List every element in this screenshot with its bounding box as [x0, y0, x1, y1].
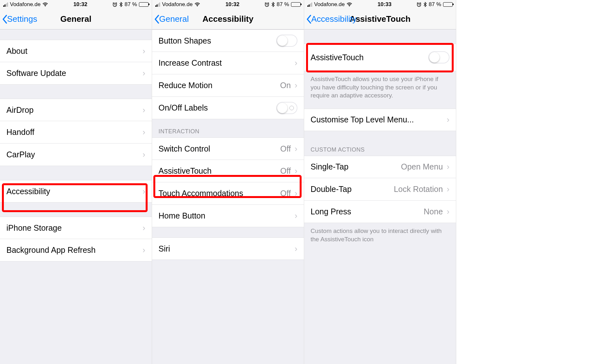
- row-label: Increase Contrast: [158, 58, 295, 68]
- screen-accessibility: Vodafone.de 10:32 87 % General Accessibi…: [152, 0, 304, 364]
- back-label: General: [159, 14, 189, 24]
- signal-icon: [3, 3, 8, 7]
- row-label: Siri: [158, 244, 295, 253]
- row-switch-control[interactable]: Switch Control Off ›: [152, 137, 304, 160]
- chevron-right-icon: ›: [142, 68, 145, 78]
- status-bar: Vodafone.de 10:32 87 %: [0, 0, 152, 9]
- battery-icon: [291, 2, 301, 7]
- row-value: Off: [280, 189, 291, 198]
- row-label: On/Off Labels: [158, 103, 276, 112]
- row-carplay[interactable]: CarPlay ›: [0, 144, 152, 166]
- chevron-right-icon: ›: [142, 223, 145, 233]
- section-header-interaction: INTERACTION: [152, 119, 304, 137]
- row-label: Button Shapes: [158, 36, 276, 46]
- chevron-right-icon: ›: [295, 144, 297, 154]
- chevron-right-icon: ›: [295, 58, 297, 68]
- bluetooth-icon: [271, 2, 275, 7]
- back-label: Settings: [7, 14, 37, 24]
- row-label: CarPlay: [6, 150, 142, 159]
- row-handoff[interactable]: Handoff ›: [0, 121, 152, 144]
- content: AssistiveTouch AssistiveTouch allows you…: [304, 29, 456, 364]
- blank-area: [456, 0, 616, 364]
- section-header-custom-actions: CUSTOM ACTIONS: [304, 131, 456, 156]
- screen-assistivetouch: Vodafone.de 10:33 87 % Accessibility Ass…: [304, 0, 456, 364]
- carrier-label: Vodafone.de: [10, 1, 40, 8]
- row-label: Customise Top Level Menu...: [311, 115, 447, 124]
- chevron-right-icon: ›: [295, 166, 297, 176]
- chevron-right-icon: ›: [447, 162, 449, 172]
- row-value: Lock Rotation: [394, 185, 443, 194]
- chevron-right-icon: ›: [295, 211, 297, 221]
- battery-icon: [443, 2, 453, 7]
- row-about[interactable]: About ›: [0, 40, 152, 62]
- status-bar: Vodafone.de 10:33 87 %: [304, 0, 456, 9]
- row-label: About: [6, 46, 142, 56]
- bluetooth-icon: [119, 2, 123, 7]
- row-label: Background App Refresh: [6, 245, 142, 255]
- row-value: Open Menu: [401, 162, 443, 171]
- row-label: Reduce Motion: [158, 81, 280, 90]
- row-label: AssistiveTouch: [158, 166, 280, 176]
- row-onoff-labels[interactable]: On/Off Labels: [152, 97, 304, 119]
- row-reduce-motion[interactable]: Reduce Motion On ›: [152, 74, 304, 97]
- chevron-right-icon: ›: [295, 244, 297, 254]
- back-label: Accessibility: [311, 14, 357, 24]
- back-button[interactable]: General: [154, 9, 189, 29]
- chevron-right-icon: ›: [142, 186, 145, 196]
- row-iphone-storage[interactable]: iPhone Storage ›: [0, 217, 152, 239]
- nav-title: Accessibility: [202, 14, 253, 24]
- row-value: Off: [280, 166, 291, 176]
- nav-bar: General Accessibility: [152, 9, 304, 29]
- row-increase-contrast[interactable]: Increase Contrast ›: [152, 52, 304, 74]
- row-customise-menu[interactable]: Customise Top Level Menu... ›: [304, 109, 456, 131]
- nav-bar: Settings General: [0, 9, 152, 29]
- row-button-shapes[interactable]: Button Shapes: [152, 29, 304, 52]
- screen-general: Vodafone.de 10:32 87 % Settings General: [0, 0, 152, 364]
- nav-bar: Accessibility AssistiveTouch: [304, 9, 456, 29]
- alarm-icon: [416, 2, 422, 7]
- row-value: On: [280, 81, 291, 90]
- chevron-right-icon: ›: [295, 188, 297, 198]
- content: Button Shapes Increase Contrast › Reduce…: [152, 29, 304, 364]
- toggle-switch[interactable]: [428, 51, 449, 63]
- toggle-switch[interactable]: [276, 35, 297, 47]
- back-button[interactable]: Accessibility: [306, 9, 357, 29]
- row-accessibility[interactable]: Accessibility ›: [0, 180, 152, 203]
- chevron-right-icon: ›: [142, 150, 145, 160]
- status-time: 10:32: [226, 1, 239, 8]
- row-double-tap[interactable]: Double-Tap Lock Rotation ›: [304, 178, 456, 201]
- nav-title: General: [60, 14, 91, 24]
- nav-title: AssistiveTouch: [349, 14, 410, 24]
- row-airdrop[interactable]: AirDrop ›: [0, 99, 152, 121]
- footer-text: Custom actions allow you to interact dir…: [304, 223, 456, 246]
- toggle-switch[interactable]: [276, 102, 297, 114]
- row-label: Handoff: [6, 128, 142, 137]
- row-touch-accommodations[interactable]: Touch Accommodations Off ›: [152, 182, 304, 205]
- row-label: Single-Tap: [311, 162, 401, 171]
- row-assistive-touch-toggle[interactable]: AssistiveTouch: [304, 44, 456, 71]
- alarm-icon: [112, 2, 117, 7]
- status-bar: Vodafone.de 10:32 87 %: [152, 0, 304, 9]
- signal-icon: [307, 3, 312, 7]
- row-label: Accessibility: [6, 187, 142, 196]
- row-value: Off: [280, 144, 291, 153]
- row-siri[interactable]: Siri ›: [152, 237, 304, 260]
- chevron-right-icon: ›: [142, 127, 145, 137]
- row-label: Touch Accommodations: [158, 189, 280, 198]
- chevron-right-icon: ›: [295, 80, 297, 90]
- content: About › Software Update › AirDrop › Hand…: [0, 29, 152, 364]
- row-label: AirDrop: [6, 105, 142, 115]
- row-bg-refresh[interactable]: Background App Refresh ›: [0, 239, 152, 261]
- chevron-right-icon: ›: [447, 207, 449, 217]
- row-long-press[interactable]: Long Press None ›: [304, 201, 456, 223]
- wifi-icon: [194, 2, 200, 7]
- chevron-right-icon: ›: [142, 105, 145, 115]
- row-software-update[interactable]: Software Update ›: [0, 62, 152, 85]
- back-button[interactable]: Settings: [2, 9, 37, 29]
- battery-percent: 87 %: [429, 1, 441, 8]
- row-label: Switch Control: [158, 144, 280, 153]
- chevron-right-icon: ›: [142, 46, 145, 56]
- row-assistive-touch[interactable]: AssistiveTouch Off ›: [152, 160, 304, 182]
- row-single-tap[interactable]: Single-Tap Open Menu ›: [304, 156, 456, 178]
- row-home-button[interactable]: Home Button ›: [152, 205, 304, 227]
